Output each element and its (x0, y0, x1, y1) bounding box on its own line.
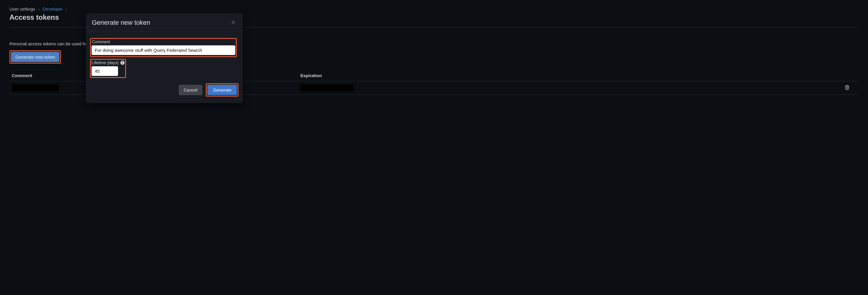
table-header-expiration: Expiration (300, 73, 843, 78)
generate-token-modal: Generate new token Comment Lifetime (day… (86, 13, 243, 103)
breadcrumb-separator: › (66, 6, 67, 11)
modal-close-button[interactable] (230, 19, 237, 26)
generate-new-token-button[interactable]: Generate new token (11, 52, 60, 62)
table-header-actions (843, 73, 856, 78)
highlight-box-generate-new-token: Generate new token (9, 50, 61, 64)
help-icon[interactable]: ? (120, 61, 125, 65)
breadcrumb: User settings › Developer › (9, 6, 859, 11)
breadcrumb-item-user-settings[interactable]: User settings (9, 6, 35, 11)
table-cell-expiration (300, 85, 843, 92)
breadcrumb-item-developer[interactable]: Developer (43, 6, 63, 11)
table-cell-actions (843, 84, 856, 92)
cancel-button[interactable]: Cancel (179, 85, 203, 95)
delete-token-button[interactable] (843, 84, 851, 92)
comment-input[interactable] (92, 45, 235, 55)
redacted-comment (12, 85, 59, 92)
lifetime-field-label: Lifetime (days) ? (92, 60, 125, 65)
lifetime-label-text: Lifetime (days) (92, 60, 119, 65)
generate-button[interactable]: Generate (207, 85, 237, 95)
breadcrumb-separator: › (38, 6, 40, 11)
modal-body: Comment Lifetime (days) ? (86, 32, 243, 81)
trash-icon (844, 85, 850, 91)
modal-header: Generate new token (86, 13, 243, 32)
lifetime-input[interactable] (92, 66, 118, 76)
modal-title: Generate new token (92, 19, 150, 27)
close-icon (231, 20, 235, 25)
modal-actions: Cancel Generate (86, 81, 243, 103)
highlight-box-comment: Comment (90, 38, 237, 57)
highlight-box-generate: Generate (206, 83, 239, 97)
comment-field-label: Comment (92, 39, 235, 44)
highlight-box-lifetime: Lifetime (days) ? (90, 59, 126, 78)
page-root: User settings › Developer › Access token… (0, 0, 868, 106)
redacted-expiration (300, 85, 353, 92)
